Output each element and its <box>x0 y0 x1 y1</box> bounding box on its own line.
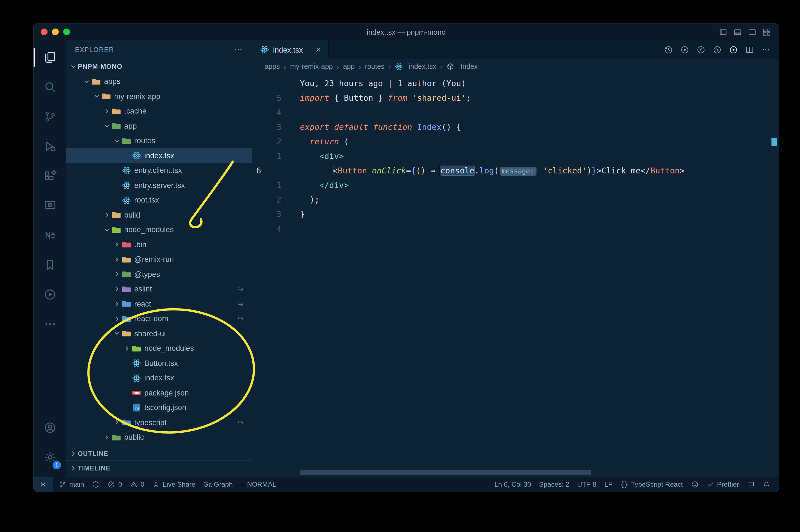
tree-item-react-dom[interactable]: react-dom↪ <box>66 311 252 326</box>
status-notifications[interactable] <box>759 477 774 492</box>
activity-run-debug-icon[interactable] <box>34 131 66 161</box>
tree-item-node-modules[interactable]: node_modules <box>66 341 252 356</box>
status-feedback[interactable] <box>687 477 702 492</box>
tree-item-index-tsx[interactable]: index.tsx <box>66 370 252 385</box>
tree-item-bin[interactable]: .bin <box>66 237 252 252</box>
status-git-branch[interactable]: main <box>55 477 88 492</box>
minimize-window-button[interactable] <box>52 28 59 35</box>
breadcrumb-item-my-remix-app[interactable]: my-remix-app <box>290 63 333 71</box>
status-cursor-position[interactable]: Ln 6, Col 30 <box>490 477 535 492</box>
status-problems-warnings[interactable]: 0 <box>126 477 148 492</box>
code-editor[interactable]: You, 23 hours ago | 1 author (You)5impor… <box>252 74 779 477</box>
titlebar[interactable]: index.tsx — pnpm-mono <box>34 23 779 40</box>
tree-item-app[interactable]: app <box>66 119 252 133</box>
status-indentation[interactable]: Spaces: 2 <box>535 477 573 492</box>
open-changes-icon[interactable] <box>680 45 689 54</box>
horizontal-scrollbar[interactable] <box>300 470 591 475</box>
breadcrumb-item-index[interactable]: Index <box>446 63 477 71</box>
status-language-mode[interactable]: {}TypeScript React <box>616 477 687 492</box>
chevron-icon[interactable] <box>102 212 111 218</box>
tree-item-apps[interactable]: apps <box>66 74 252 89</box>
activity-code-runner-icon[interactable] <box>34 280 66 309</box>
code-line[interactable]: 3} <box>252 207 779 222</box>
activity-more-views-icon[interactable] <box>34 309 66 339</box>
activity-bookmarks-icon[interactable] <box>34 250 66 280</box>
chevron-icon[interactable] <box>102 123 111 130</box>
zoom-window-button[interactable] <box>63 28 70 35</box>
tree-item-node-modules[interactable]: node_modules <box>66 222 252 237</box>
chevron-icon[interactable] <box>112 241 121 248</box>
tree-item-eslint[interactable]: eslint↪ <box>66 282 252 297</box>
activity-account-icon[interactable] <box>34 413 66 442</box>
panel-left-icon[interactable] <box>719 28 727 36</box>
blame-annotation[interactable]: You, 23 hours ago | 1 author (You) <box>252 76 779 91</box>
tree-item-package-json[interactable]: npmpackage.json <box>66 385 252 400</box>
chevron-icon[interactable] <box>102 108 111 115</box>
chevron-icon[interactable] <box>102 434 111 441</box>
tree-item-remix-run[interactable]: @remix-run <box>66 252 252 267</box>
code-line[interactable]: 2 ); <box>252 192 779 207</box>
tree-item-routes[interactable]: routes <box>66 133 252 148</box>
panel-bottom-icon[interactable] <box>734 28 742 36</box>
tree-item-react[interactable]: react↪ <box>66 297 252 311</box>
close-tab-icon[interactable]: × <box>316 45 321 54</box>
code-line[interactable]: 4 <box>252 105 779 120</box>
status-git-graph[interactable]: Git Graph <box>199 477 237 492</box>
chevron-icon[interactable] <box>112 138 121 144</box>
status-remote-indicator[interactable] <box>34 477 53 492</box>
chevron-icon[interactable] <box>112 419 121 426</box>
status-formatter-prettier[interactable]: Prettier <box>702 477 743 492</box>
chevron-icon[interactable] <box>112 301 121 307</box>
tree-item-tsconfig-json[interactable]: TStsconfig.json <box>66 400 252 415</box>
activity-source-control-icon[interactable] <box>34 102 66 131</box>
section-outline[interactable]: OUTLINE <box>66 446 252 460</box>
code-line[interactable]: 1 <div> <box>252 149 779 163</box>
activity-search-icon[interactable] <box>34 72 66 102</box>
activity-remote-explorer-icon[interactable] <box>34 191 66 221</box>
layout-icon[interactable] <box>763 28 771 36</box>
panel-right-icon[interactable] <box>748 28 756 36</box>
tree-item-my-remix-app[interactable]: my-remix-app <box>66 89 252 104</box>
code-line[interactable]: 2 return ( <box>252 134 779 149</box>
activity-settings-icon[interactable]: 1 <box>34 442 66 472</box>
tree-item-shared-ui[interactable]: shared-ui <box>66 326 252 341</box>
close-window-button[interactable] <box>41 28 47 35</box>
activity-nx-console-icon[interactable] <box>34 221 66 250</box>
code-line[interactable]: 4 <box>252 222 779 236</box>
code-line[interactable]: 5import { Button } from 'shared-ui'; <box>252 91 779 105</box>
chevron-icon[interactable] <box>112 256 121 263</box>
code-line[interactable]: 1 </div> <box>252 178 779 192</box>
activity-explorer-icon[interactable] <box>34 42 66 72</box>
next-change-icon[interactable] <box>713 45 722 54</box>
chevron-icon[interactable] <box>102 227 111 233</box>
code-line[interactable]: 6 <Button onClick={() ⇒ console.log(mess… <box>252 163 779 178</box>
tree-item-build[interactable]: build <box>66 208 252 222</box>
tree-item-pnpm-mono[interactable]: PNPM-MONO <box>66 59 252 74</box>
status-live-share[interactable]: Live Share <box>148 477 199 492</box>
explorer-more-actions-icon[interactable] <box>234 45 243 54</box>
status-problems-errors[interactable]: 0 <box>104 477 126 492</box>
tree-item-public[interactable]: public <box>66 430 252 445</box>
breadcrumb-item-app[interactable]: app <box>343 63 355 71</box>
status-screencast[interactable] <box>743 477 759 492</box>
chevron-icon[interactable] <box>112 271 121 278</box>
code-line[interactable]: 3export default function Index() { <box>252 120 779 134</box>
breadcrumb-item-apps[interactable]: apps <box>265 63 280 71</box>
tree-item-root-tsx[interactable]: root.tsx <box>66 193 252 208</box>
status-encoding[interactable]: UTF-8 <box>573 477 600 492</box>
status-sync-changes[interactable] <box>88 477 104 492</box>
split-editor-icon[interactable] <box>745 45 754 54</box>
chevron-icon[interactable] <box>122 345 132 352</box>
section-timeline[interactable]: TIMELINE <box>66 460 252 475</box>
chevron-icon[interactable] <box>68 63 78 70</box>
chevron-icon[interactable] <box>112 316 121 322</box>
chevron-icon[interactable] <box>112 286 121 292</box>
history-icon[interactable] <box>664 45 673 54</box>
tree-item-entry-server-tsx[interactable]: entry.server.tsx <box>66 178 252 193</box>
chevron-icon[interactable] <box>82 78 91 85</box>
tab-index-tsx[interactable]: index.tsx × <box>252 40 329 59</box>
prev-change-icon[interactable] <box>697 45 705 54</box>
tree-item-cache[interactable]: .cache <box>66 104 252 119</box>
more-actions-icon[interactable] <box>761 45 770 54</box>
tree-item-entry-client-tsx[interactable]: entry.client.tsx <box>66 163 252 178</box>
